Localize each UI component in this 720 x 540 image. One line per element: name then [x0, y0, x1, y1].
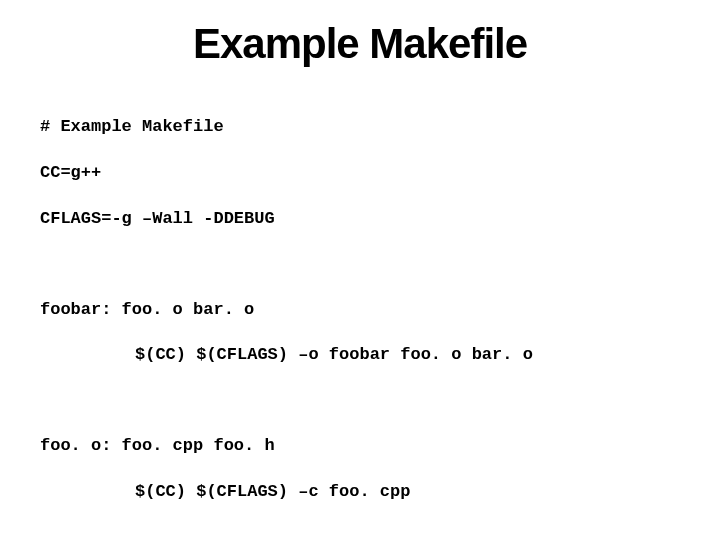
code-line-cflags: CFLAGS=-g –Wall -DDEBUG — [40, 208, 680, 231]
code-line-foobar-cmd: $(CC) $(CFLAGS) –o foobar foo. o bar. o — [135, 344, 680, 367]
code-line-foobar-target: foobar: foo. o bar. o — [40, 299, 680, 322]
code-line-foo-target: foo. o: foo. cpp foo. h — [40, 435, 680, 458]
code-line-foo-cmd: $(CC) $(CFLAGS) –c foo. cpp — [135, 481, 680, 504]
page-title: Example Makefile — [40, 20, 680, 68]
code-line-comment: # Example Makefile — [40, 116, 680, 139]
code-line-cc: CC=g++ — [40, 162, 680, 185]
makefile-code-block: # Example Makefile CC=g++ CFLAGS=-g –Wal… — [40, 93, 680, 540]
